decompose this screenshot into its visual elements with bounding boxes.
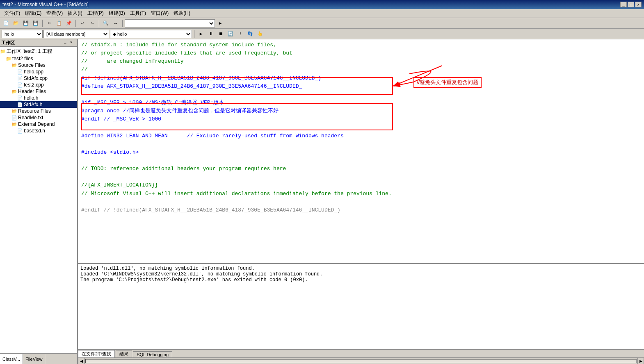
code-line-15: // TODO: reference additional headers yo… bbox=[81, 165, 641, 173]
middle-area: 工作区 _ × 📁工作区 'test2': 1 工程📁test2 files📂S… bbox=[0, 39, 644, 364]
debug-stop[interactable]: ⏹ bbox=[216, 30, 225, 38]
minimize-button[interactable]: _ bbox=[620, 2, 627, 7]
menu-insert[interactable]: 插入(I) bbox=[65, 9, 84, 18]
close-button[interactable]: × bbox=[635, 2, 642, 7]
search-combo[interactable] bbox=[125, 19, 215, 27]
search-go[interactable]: ▶ bbox=[216, 19, 225, 27]
sql-tab[interactable]: SQL Debugging bbox=[133, 351, 172, 357]
scroll-right[interactable]: ▶ bbox=[637, 358, 644, 364]
tree-item-7[interactable]: 📄hello.h bbox=[0, 95, 77, 101]
output-panel: Loaded 'ntdll.dll', no matching symbolic… bbox=[78, 263, 644, 349]
tree-item-0[interactable]: 📁工作区 'test2': 1 工程 bbox=[0, 48, 77, 55]
code-editor[interactable]: // stdafx.h : include file for standard … bbox=[78, 39, 644, 263]
sidebar-minimize[interactable]: _ bbox=[64, 41, 70, 46]
tree-label-7: hello.h bbox=[24, 95, 38, 101]
function-combo[interactable]: ◆ hello bbox=[110, 30, 192, 38]
menu-window[interactable]: 窗口(W) bbox=[148, 9, 171, 18]
debug-restart[interactable]: 🔄 bbox=[226, 30, 235, 38]
tree-label-10: ReadMe.txt bbox=[18, 115, 43, 121]
code-line-4: #if !defined(AFX_STDAFX_H__2DEBA51B_24B6… bbox=[81, 74, 641, 82]
undo-button[interactable]: ↩ bbox=[78, 19, 87, 27]
code-line-1: // or project specific include files tha… bbox=[81, 49, 641, 57]
menu-file[interactable]: 文件(F) bbox=[2, 9, 23, 18]
menu-build[interactable]: 组建(B) bbox=[106, 9, 128, 18]
code-container: // stdafx.h : include file for standard … bbox=[81, 41, 641, 214]
members-combo[interactable]: [All class members] bbox=[43, 30, 109, 38]
output-line-2: The program 'C:\Projects\test2\Debug\tes… bbox=[80, 277, 642, 283]
debug-go[interactable]: ▶ bbox=[196, 30, 206, 38]
find-tab[interactable]: 在文件2中查找 bbox=[78, 350, 115, 357]
app: test2 - Microsoft Visual C++ - [StdAfx.h… bbox=[0, 0, 644, 364]
code-line-9: #endif // _MSC_VER > 1000 bbox=[81, 115, 641, 123]
tree-item-3[interactable]: 📄hello.cpp bbox=[0, 68, 77, 75]
debug-step[interactable]: 👣 bbox=[246, 30, 255, 38]
tree-label-12: basetsd.h bbox=[24, 128, 45, 134]
debug-pause[interactable]: ⏸ bbox=[206, 30, 215, 38]
copy-button[interactable]: 📋 bbox=[55, 19, 64, 27]
sidebar: 工作区 _ × 📁工作区 'test2': 1 工程📁test2 files📂S… bbox=[0, 39, 78, 364]
bottom-tabs: 在文件2中查找 结果 SQL Debugging bbox=[78, 349, 644, 357]
workspace-label: 工作区 bbox=[1, 40, 15, 46]
tree-item-5[interactable]: 📄test2.cpp bbox=[0, 82, 77, 88]
tree-label-11: External Depend bbox=[18, 121, 55, 127]
title-text: test2 - Microsoft Visual C++ - [StdAfx.h… bbox=[2, 2, 89, 7]
code-content: // stdafx.h : include file for standard … bbox=[81, 41, 641, 214]
menu-view[interactable]: 查看(V) bbox=[44, 9, 65, 18]
sep5 bbox=[194, 30, 194, 38]
code-line-17: //{AFX_INSERT_LOCATION}} bbox=[81, 181, 641, 189]
save-button[interactable]: 💾 bbox=[21, 19, 30, 27]
debug-step2[interactable]: 👆 bbox=[256, 30, 265, 38]
tree-item-9[interactable]: 📂Resource Files bbox=[0, 108, 77, 114]
tree-item-12[interactable]: 📄basetsd.h bbox=[0, 127, 77, 134]
fileview-tab[interactable]: FileView bbox=[23, 354, 45, 364]
scroll-left[interactable]: ◀ bbox=[78, 358, 84, 364]
output-line-0: Loaded 'ntdll.dll', no matching symbolic… bbox=[80, 266, 642, 271]
sep2 bbox=[75, 20, 76, 27]
debug-break[interactable]: ! bbox=[236, 30, 245, 38]
save-all-button[interactable]: 💾 bbox=[31, 19, 40, 27]
tree-label-0: 工作区 'test2': 1 工程 bbox=[7, 48, 52, 55]
tree-item-11[interactable]: 📂External Depend bbox=[0, 121, 77, 127]
tree-item-6[interactable]: 📂Header Files bbox=[0, 88, 77, 95]
tree-label-3: hello.cpp bbox=[24, 69, 43, 75]
tree-item-2[interactable]: 📂Source Files bbox=[0, 62, 77, 68]
toolbar2: hello [All class members] ◆ hello ▶ ⏸ ⏹ … bbox=[0, 29, 644, 39]
class-combo[interactable]: hello bbox=[2, 30, 43, 38]
sep4 bbox=[122, 20, 123, 27]
paste-button[interactable]: 📌 bbox=[64, 19, 73, 27]
window-controls: _ □ × bbox=[620, 2, 642, 7]
output-lines: Loaded 'ntdll.dll', no matching symbolic… bbox=[80, 266, 642, 283]
redo-button[interactable]: ↪ bbox=[88, 19, 97, 27]
output-line-1: Loaded 'C:\WINDOWS\system32\kernel32.dll… bbox=[80, 271, 642, 277]
code-line-18: // Microsoft Visual C++ will insert addi… bbox=[81, 190, 641, 198]
menu-help[interactable]: 帮助(H) bbox=[171, 9, 193, 18]
code-line-10 bbox=[81, 123, 641, 132]
sidebar-close[interactable]: × bbox=[70, 41, 76, 46]
sidebar-header: 工作区 _ × bbox=[0, 39, 77, 47]
replace-button[interactable]: ↔ bbox=[111, 19, 120, 27]
tree-label-5: test2.cpp bbox=[24, 82, 44, 88]
tree-item-1[interactable]: 📁test2 files bbox=[0, 55, 77, 62]
tree-item-10[interactable]: 📄ReadMe.txt bbox=[0, 114, 77, 121]
code-line-3: // bbox=[81, 66, 641, 74]
code-line-16 bbox=[81, 173, 641, 181]
open-button[interactable]: 📂 bbox=[11, 19, 21, 27]
maximize-button[interactable]: □ bbox=[628, 2, 634, 7]
classview-tab[interactable]: ClassV... bbox=[0, 354, 23, 364]
code-line-5: #define AFX_STDAFX_H__2DEBA51B_24B6_4187… bbox=[81, 82, 641, 91]
cut-button[interactable]: ✂ bbox=[45, 19, 54, 27]
tree-item-8[interactable]: 📄StdAfx.h bbox=[0, 101, 77, 108]
scroll-track[interactable] bbox=[85, 359, 637, 363]
results-tab[interactable]: 结果 bbox=[116, 350, 132, 357]
menu-edit[interactable]: 编辑(E) bbox=[23, 9, 44, 18]
tree-label-9: Resource Files bbox=[18, 108, 51, 114]
tree-item-4[interactable]: 📄StdAfx.cpp bbox=[0, 75, 77, 82]
new-button[interactable]: 📄 bbox=[2, 19, 11, 27]
tree-label-4: StdAfx.cpp bbox=[24, 75, 48, 81]
menu-tools[interactable]: 工具(T) bbox=[128, 9, 148, 18]
find-button[interactable]: 🔍 bbox=[101, 19, 110, 27]
sidebar-tabs: ClassV... FileView bbox=[0, 353, 77, 364]
code-line-14 bbox=[81, 157, 641, 165]
menu-project[interactable]: 工程(P) bbox=[85, 9, 106, 18]
bottom-scrollbar: ◀ ▶ bbox=[78, 357, 644, 364]
